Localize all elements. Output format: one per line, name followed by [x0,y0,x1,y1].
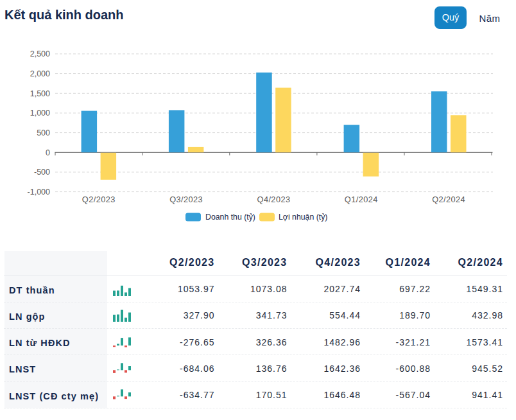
svg-text:Q2/2024: Q2/2024 [432,195,465,204]
svg-text:1,000: 1,000 [30,109,50,118]
svg-text:Q4/2023: Q4/2023 [257,195,291,204]
svg-text:Q3/2023: Q3/2023 [169,195,203,204]
svg-text:500: 500 [37,128,50,137]
svg-text:Doanh thu (tỷ): Doanh thu (tỷ) [205,213,255,222]
svg-text:-1,000: -1,000 [28,188,50,197]
svg-text:2,500: 2,500 [30,49,50,58]
svg-text:-500: -500 [34,168,50,177]
svg-text:Q2/2023: Q2/2023 [82,195,116,204]
svg-text:Q1/2024: Q1/2024 [345,195,378,204]
svg-text:0: 0 [46,148,50,157]
svg-text:2,000: 2,000 [30,69,50,78]
svg-text:Lợi nhuận (tỷ): Lợi nhuận (tỷ) [279,213,327,222]
svg-text:1,500: 1,500 [30,89,50,98]
